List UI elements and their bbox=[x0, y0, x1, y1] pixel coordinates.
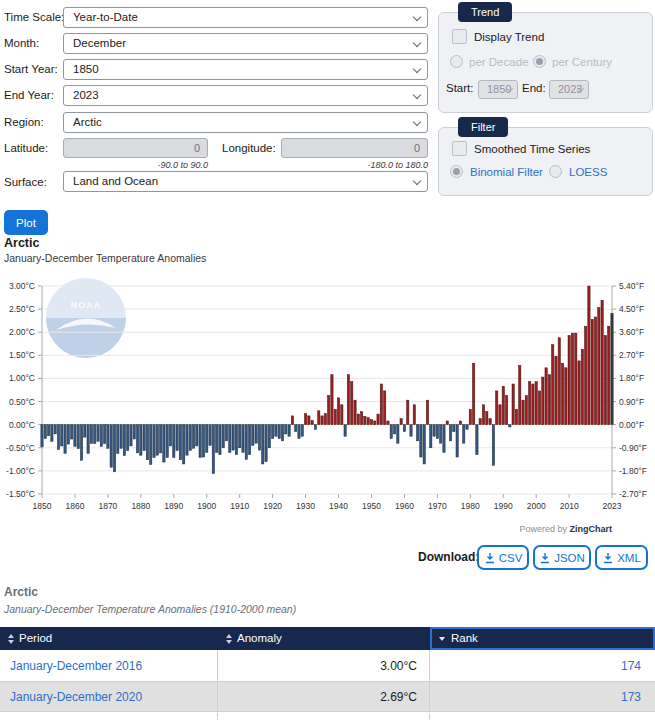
anomaly-bar[interactable] bbox=[492, 425, 494, 466]
anomaly-bar[interactable] bbox=[413, 405, 415, 425]
anomaly-bar[interactable] bbox=[278, 425, 280, 439]
anomaly-bar[interactable] bbox=[440, 425, 442, 443]
anomaly-bar[interactable] bbox=[271, 425, 273, 439]
anomaly-bar[interactable] bbox=[499, 405, 501, 425]
anomaly-bar[interactable] bbox=[225, 425, 227, 441]
anomaly-bar[interactable] bbox=[189, 425, 191, 451]
binomial-filter-radio[interactable] bbox=[450, 165, 463, 178]
anomaly-bar[interactable] bbox=[354, 400, 356, 424]
anomaly-bar[interactable] bbox=[611, 313, 613, 424]
anomaly-bar[interactable] bbox=[80, 425, 82, 461]
anomaly-bar[interactable] bbox=[90, 425, 92, 444]
anomaly-bar[interactable] bbox=[532, 384, 534, 425]
anomaly-bar[interactable] bbox=[463, 425, 465, 443]
anomaly-bar[interactable] bbox=[235, 425, 237, 455]
anomaly-bar[interactable] bbox=[212, 425, 214, 474]
anomaly-bar[interactable] bbox=[196, 425, 198, 446]
trend-start-select[interactable]: 1850 bbox=[478, 80, 518, 99]
anomaly-bar[interactable] bbox=[542, 377, 544, 425]
anomaly-bar[interactable] bbox=[324, 414, 326, 425]
anomaly-bar[interactable] bbox=[397, 425, 399, 443]
anomaly-bar[interactable] bbox=[390, 425, 392, 439]
anomaly-bar[interactable] bbox=[466, 425, 468, 430]
period-link[interactable]: January-December 2016 bbox=[10, 659, 142, 673]
smoothed-time-series-checkbox[interactable] bbox=[452, 141, 467, 156]
column-header-period[interactable]: Period bbox=[0, 627, 218, 650]
time-scale-select[interactable]: Year-to-Date bbox=[63, 7, 428, 28]
anomaly-bar[interactable] bbox=[215, 425, 217, 453]
anomaly-bar[interactable] bbox=[41, 425, 43, 447]
anomaly-bar[interactable] bbox=[186, 425, 188, 456]
anomaly-bar[interactable] bbox=[347, 375, 349, 425]
anomaly-bar[interactable] bbox=[57, 425, 59, 450]
anomaly-bar[interactable] bbox=[472, 363, 474, 424]
anomaly-bar[interactable] bbox=[575, 333, 577, 425]
anomaly-bar[interactable] bbox=[555, 356, 557, 424]
anomaly-bar[interactable] bbox=[502, 386, 504, 424]
anomaly-bar[interactable] bbox=[561, 363, 563, 424]
anomaly-bar[interactable] bbox=[459, 421, 461, 425]
anomaly-bar[interactable] bbox=[103, 425, 105, 444]
anomaly-bar[interactable] bbox=[87, 425, 89, 454]
anomaly-bar[interactable] bbox=[327, 396, 329, 425]
anomaly-bar[interactable] bbox=[357, 414, 359, 425]
anomaly-bar[interactable] bbox=[265, 425, 267, 462]
anomaly-bar[interactable] bbox=[449, 425, 451, 441]
anomaly-bar[interactable] bbox=[535, 382, 537, 425]
anomaly-bar[interactable] bbox=[476, 425, 478, 455]
anomaly-bar[interactable] bbox=[192, 425, 194, 449]
anomaly-bar[interactable] bbox=[453, 425, 455, 432]
anomaly-bar[interactable] bbox=[127, 425, 129, 451]
download-csv-button[interactable]: CSV bbox=[477, 545, 529, 570]
anomaly-bar[interactable] bbox=[120, 425, 122, 449]
anomaly-bar[interactable] bbox=[538, 391, 540, 425]
display-trend-checkbox[interactable] bbox=[452, 29, 467, 44]
anomaly-bar[interactable] bbox=[367, 418, 369, 425]
anomaly-bar[interactable] bbox=[370, 420, 372, 425]
anomaly-bar[interactable] bbox=[578, 361, 580, 425]
anomaly-bar[interactable] bbox=[202, 425, 204, 457]
anomaly-bar[interactable] bbox=[245, 425, 247, 460]
zingchart-brand[interactable]: ZingChart bbox=[570, 524, 613, 534]
anomaly-bar[interactable] bbox=[423, 425, 425, 464]
anomaly-bar[interactable] bbox=[426, 400, 428, 424]
anomaly-bar[interactable] bbox=[387, 421, 389, 425]
anomaly-bar[interactable] bbox=[113, 425, 115, 472]
anomaly-bar[interactable] bbox=[47, 425, 49, 436]
anomaly-bar[interactable] bbox=[258, 425, 260, 450]
anomaly-bar[interactable] bbox=[166, 425, 168, 458]
anomaly-bar[interactable] bbox=[571, 333, 573, 425]
period-link[interactable]: January-December 2020 bbox=[10, 690, 142, 704]
end-year-select[interactable]: 2023 bbox=[63, 85, 428, 106]
anomaly-bar[interactable] bbox=[209, 425, 211, 446]
anomaly-bar[interactable] bbox=[156, 425, 158, 456]
start-year-select[interactable]: 1850 bbox=[63, 59, 428, 80]
anomaly-bar[interactable] bbox=[420, 425, 422, 457]
anomaly-bar[interactable] bbox=[84, 425, 86, 437]
anomaly-bar[interactable] bbox=[67, 425, 69, 444]
anomaly-bar[interactable] bbox=[479, 419, 481, 425]
anomaly-bar[interactable] bbox=[232, 425, 234, 450]
longitude-input[interactable] bbox=[281, 138, 428, 158]
anomaly-bar[interactable] bbox=[107, 425, 109, 449]
anomaly-bar[interactable] bbox=[150, 425, 152, 465]
anomaly-bar[interactable] bbox=[568, 335, 570, 424]
anomaly-bar[interactable] bbox=[512, 384, 514, 425]
anomaly-bar[interactable] bbox=[337, 398, 339, 425]
anomaly-bar[interactable] bbox=[298, 425, 300, 439]
anomaly-bar[interactable] bbox=[275, 425, 277, 437]
anomaly-bar[interactable] bbox=[522, 400, 524, 424]
loess-radio[interactable] bbox=[549, 165, 562, 178]
anomaly-bar[interactable] bbox=[416, 425, 418, 441]
anomaly-bar[interactable] bbox=[51, 425, 53, 442]
anomaly-bar[interactable] bbox=[169, 425, 171, 446]
anomaly-bar[interactable] bbox=[318, 411, 320, 425]
anomaly-bar[interactable] bbox=[94, 425, 96, 444]
anomaly-bar[interactable] bbox=[295, 425, 297, 432]
anomaly-bar[interactable] bbox=[199, 425, 201, 458]
anomaly-bar[interactable] bbox=[380, 384, 382, 425]
anomaly-bar[interactable] bbox=[222, 425, 224, 448]
per-decade-radio[interactable] bbox=[450, 55, 463, 68]
anomaly-bar[interactable] bbox=[136, 425, 138, 453]
anomaly-bar[interactable] bbox=[314, 425, 316, 430]
